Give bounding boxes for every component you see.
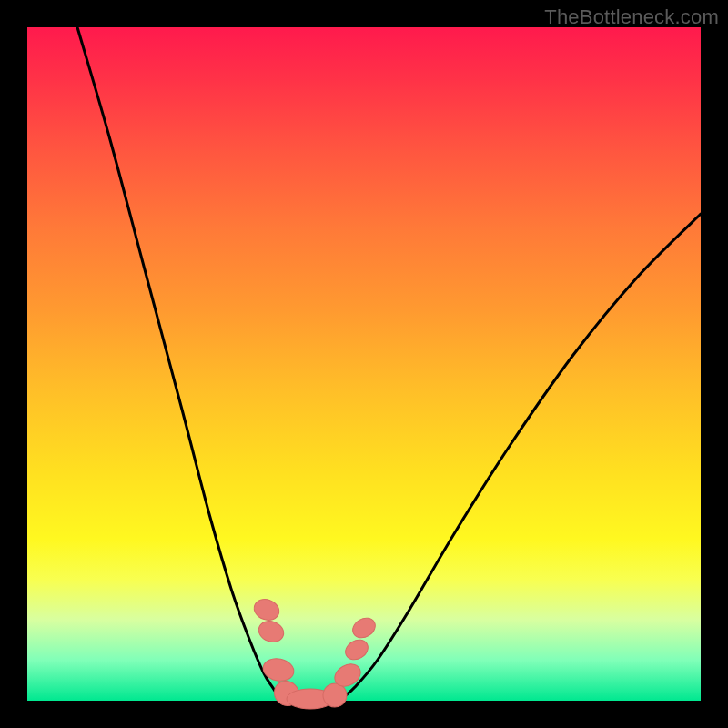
bottleneck-curve (77, 27, 701, 701)
curve-markers (251, 596, 379, 712)
plot-area (27, 27, 701, 701)
right-marker (349, 614, 379, 642)
left-marker (251, 596, 282, 623)
watermark-text: TheBottleneck.com (544, 5, 719, 29)
bottleneck-curve-path (77, 27, 701, 701)
chart-svg (27, 27, 701, 701)
chart-frame: TheBottleneck.com (0, 0, 728, 728)
left-marker (256, 618, 287, 645)
right-marker (342, 636, 372, 663)
